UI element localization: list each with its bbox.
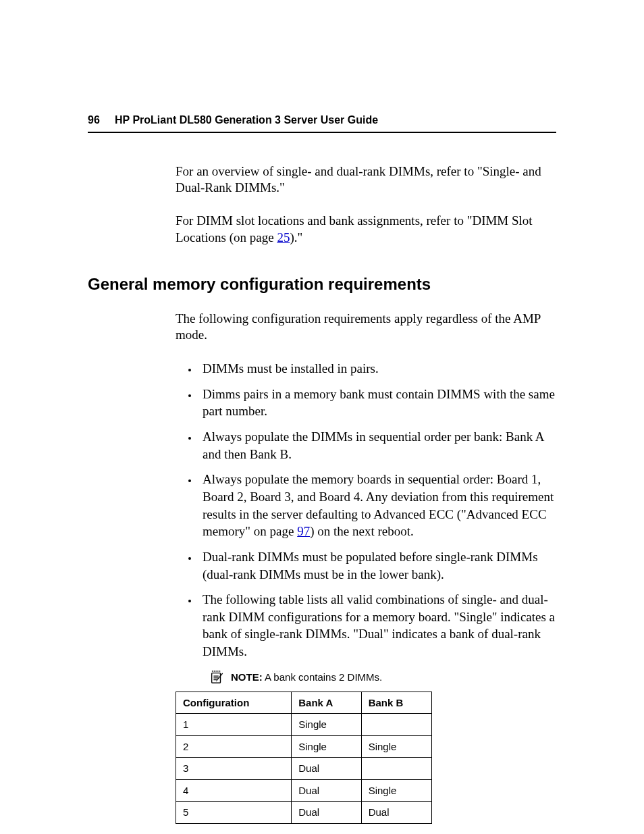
table-row: 3 Dual bbox=[176, 758, 432, 780]
list-item: Always populate the memory boards in seq… bbox=[198, 471, 556, 540]
section-heading: General memory configuration requirement… bbox=[88, 273, 556, 294]
note-label: NOTE: bbox=[231, 671, 263, 683]
table-row: 1 Single bbox=[176, 714, 432, 736]
page-number: 96 bbox=[88, 113, 115, 128]
config-table: Configuration Bank A Bank B 1 Single 2 S… bbox=[176, 692, 432, 824]
list-item: DIMMs must be installed in pairs. bbox=[198, 360, 556, 377]
note-text: A bank contains 2 DIMMs. bbox=[263, 671, 383, 683]
list-item: Always populate the DIMMs in sequential … bbox=[198, 428, 556, 463]
intro-paragraph-2: For DIMM slot locations and bank assignm… bbox=[176, 213, 556, 246]
doc-title: HP ProLiant DL580 Generation 3 Server Us… bbox=[115, 113, 378, 128]
th-config: Configuration bbox=[176, 692, 292, 714]
intro-paragraph-1: For an overview of single- and dual-rank… bbox=[176, 163, 556, 197]
page-link-25[interactable]: 25 bbox=[277, 230, 290, 244]
list-item: Dimms pairs in a memory bank must contai… bbox=[198, 386, 556, 420]
list-item: Dual-rank DIMMs must be populated before… bbox=[198, 548, 556, 583]
note-row: NOTE: A bank contains 2 DIMMs. bbox=[209, 670, 556, 685]
page-header: 96 HP ProLiant DL580 Generation 3 Server… bbox=[88, 113, 556, 133]
list-item: The following table lists all valid comb… bbox=[198, 591, 556, 660]
th-bank-b: Bank B bbox=[361, 692, 431, 714]
section-lead: The following configuration requirements… bbox=[176, 311, 556, 344]
requirements-list: DIMMs must be installed in pairs. Dimms … bbox=[198, 360, 556, 660]
th-bank-a: Bank A bbox=[292, 692, 361, 714]
page-link-97[interactable]: 97 bbox=[297, 524, 310, 538]
table-row: 4 Dual Single bbox=[176, 779, 432, 802]
note-icon bbox=[209, 670, 224, 685]
table-row: 5 Dual Dual bbox=[176, 802, 432, 824]
table-row: 2 Single Single bbox=[176, 735, 432, 758]
